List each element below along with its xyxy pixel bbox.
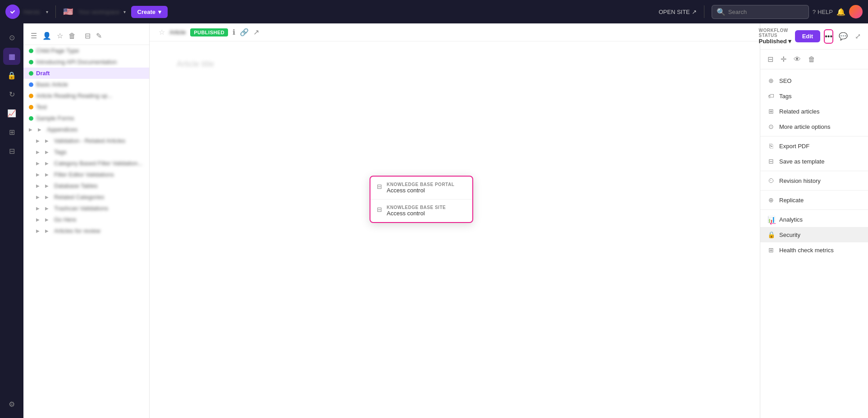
menu-item-revision-history[interactable]: ⏲ Revision history — [760, 173, 868, 188]
star-icon[interactable]: ☆ — [159, 28, 165, 36]
sidebar-item-settings[interactable]: ⚙ — [3, 395, 20, 413]
list-item[interactable]: ▶ ▶ Category Based Filter Validation... — [23, 158, 149, 169]
list-item[interactable]: ▶ ▶ Tags — [23, 146, 149, 158]
sidebar-item-widgets[interactable]: ⊞ — [3, 123, 20, 141]
delete-btn[interactable]: 🗑 — [806, 54, 817, 65]
list-item[interactable]: ▶ ▶ Appendices — [23, 124, 149, 135]
divider2 — [760, 171, 868, 171]
info-icon[interactable]: ℹ — [233, 28, 235, 36]
menu-item-replicate[interactable]: ⊕ Replicate — [760, 192, 868, 208]
expand-icon2: ▶ — [45, 217, 51, 222]
menu-item-health-check[interactable]: ⊞ Health check metrics — [760, 242, 868, 258]
expand-icon: ▶ — [29, 127, 35, 132]
list-item[interactable]: ▶ ▶ Related Categories — [23, 191, 149, 203]
status-dot — [29, 105, 33, 109]
analytics-icon: 📈 — [7, 109, 16, 118]
hamburger-icon[interactable]: ☰ — [31, 32, 37, 40]
item-label: Tags — [54, 149, 144, 155]
menu-item-more-options[interactable]: ⊙ More article options — [760, 119, 868, 134]
list-item[interactable]: Sample Forms — [23, 113, 149, 124]
item-label: Appendices — [47, 126, 144, 133]
sidebar-item-home[interactable]: ⊙ — [3, 29, 20, 46]
move-btn[interactable]: ✛ — [779, 53, 788, 65]
menu-item-seo[interactable]: ⊕ SEO — [760, 73, 868, 88]
lock-icon: 🔒 — [7, 71, 16, 80]
expand-icon: ▶ — [36, 195, 42, 200]
expand-button[interactable]: ⤢ — [853, 30, 863, 42]
svg-point-0 — [9, 8, 16, 15]
logo[interactable] — [5, 5, 20, 19]
edit-button[interactable]: Edit — [795, 30, 821, 42]
list-item[interactable]: Test — [23, 101, 149, 113]
list-item[interactable]: ▶ ▶ Articles for review — [23, 225, 149, 236]
copy-icon[interactable]: ⊟ — [85, 32, 91, 40]
workflow-label: WORKFLOW STATUS — [759, 28, 791, 38]
menu-item-save-template[interactable]: ⊟ Save as template — [760, 154, 868, 169]
sidebar-item-analytics[interactable]: 📈 — [3, 104, 20, 122]
list-item[interactable]: Child Page Type — [23, 45, 149, 56]
settings2-icon[interactable]: ✎ — [96, 32, 102, 40]
item-label: Child Page Type — [36, 47, 144, 54]
icon-sidebar: ⊙ ▦ 🔒 ↻ 📈 ⊞ ⊟ ⚙ — [0, 23, 23, 418]
hide-btn[interactable]: 👁 — [792, 54, 803, 65]
list-item[interactable]: Basic Article — [23, 79, 149, 90]
brand-name: Heroic — [23, 9, 41, 15]
search-input[interactable] — [728, 9, 804, 15]
article-toolbar: ☰ 👤 ☆ 🗑 ⊟ ✎ — [23, 27, 149, 45]
person-icon[interactable]: 👤 — [42, 32, 51, 40]
help-button[interactable]: ? HELP — [813, 9, 833, 15]
status-dot — [29, 82, 33, 87]
related-articles-icon: ⊞ — [767, 108, 775, 115]
notifications-button[interactable]: 🔔 — [836, 8, 845, 16]
search-icon: 🔍 — [717, 8, 726, 16]
expand-icon: ▶ — [36, 206, 42, 211]
list-item[interactable]: ▶ ▶ Database Tables — [23, 180, 149, 191]
docs-icon: ▦ — [9, 52, 15, 61]
arrow-annotation: ← — [768, 218, 778, 229]
comment-button[interactable]: 💬 — [837, 30, 850, 42]
health-check-icon: ⊞ — [767, 246, 775, 254]
trash-icon[interactable]: 🗑 — [69, 32, 76, 40]
avatar[interactable] — [849, 5, 863, 18]
divider3 — [760, 190, 868, 191]
comment-icon: 💬 — [839, 32, 848, 40]
list-item[interactable]: Article Reading Reading up... — [23, 90, 149, 101]
hide-icon: 👁 — [794, 55, 801, 63]
share-icon[interactable]: ↗ — [253, 28, 259, 36]
link-icon[interactable]: 🔗 — [240, 28, 249, 36]
article-sidebar: ☰ 👤 ☆ 🗑 ⊟ ✎ Child Page Type Introducing … — [23, 23, 150, 418]
copy-btn[interactable]: ⊟ — [766, 53, 775, 65]
menu-item-related-articles[interactable]: ⊞ Related articles — [760, 104, 868, 119]
menu-item-tags[interactable]: 🏷 Tags — [760, 88, 868, 104]
sidebar-item-sync[interactable]: ↻ — [3, 86, 20, 103]
menu-item-security[interactable]: 🔒 Security — [760, 227, 868, 242]
chevron-down-icon: ▾ — [788, 38, 791, 45]
sidebar-item-integrations[interactable]: ⊟ — [3, 142, 20, 159]
list-item[interactable]: ▶ ▶ Filter Editor Validations — [23, 169, 149, 180]
sidebar-item-docs[interactable]: ▦ — [3, 48, 20, 65]
status-dot — [29, 60, 33, 64]
create-button[interactable]: Create ▾ — [131, 6, 168, 18]
site-sub-label: Access control — [387, 210, 446, 217]
item-label: Validation - Related Articles — [54, 137, 144, 144]
status-dot — [29, 71, 33, 76]
list-item[interactable]: ▶ ▶ Trashcan Validations — [23, 203, 149, 214]
save-template-icon: ⊟ — [767, 158, 775, 165]
menu-item-export-pdf[interactable]: ⎘ Export PDF — [760, 138, 868, 154]
content-area: ☆ Article PUBLISHED ℹ 🔗 ↗ Article title … — [150, 23, 868, 418]
list-item[interactable]: ▶ ▶ Validation - Related Articles — [23, 135, 149, 146]
list-item-active[interactable]: Draft — [23, 68, 149, 79]
portal-access-item[interactable]: ⊟ KNOWLEDGE BASE PORTAL Access control — [370, 177, 472, 200]
list-item[interactable]: Introducing API Documentation — [23, 56, 149, 68]
list-item[interactable]: ▶ ▶ Go Here — [23, 214, 149, 225]
search-box[interactable]: 🔍 — [712, 5, 809, 19]
expand-icon: ▶ — [36, 217, 42, 222]
star-tool-icon[interactable]: ☆ — [57, 32, 63, 40]
expand-icon2: ▶ — [45, 161, 51, 166]
more-options-button[interactable]: ••• — [824, 29, 833, 44]
site-icon: ⊟ — [377, 206, 382, 213]
site-access-item[interactable]: ⊟ KNOWLEDGE BASE SITE Access control — [370, 200, 472, 222]
site-label: KNOWLEDGE BASE SITE — [387, 205, 446, 210]
open-site-button[interactable]: OPEN SITE ↗ — [658, 9, 696, 15]
sidebar-item-lock[interactable]: 🔒 — [3, 67, 20, 84]
